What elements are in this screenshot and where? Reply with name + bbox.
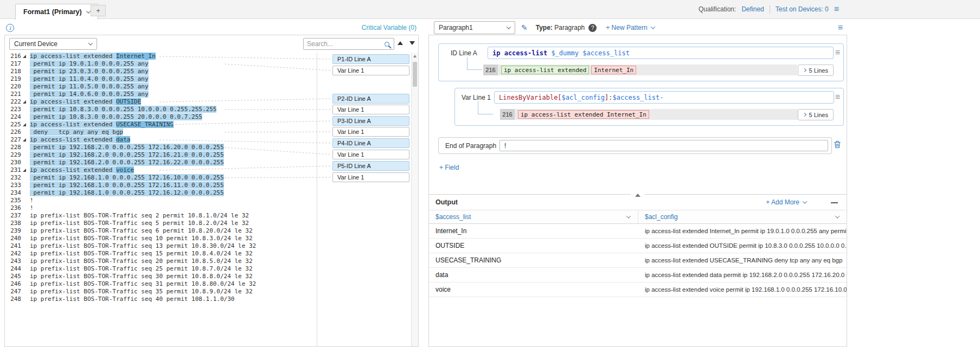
search-icon[interactable]	[385, 42, 389, 47]
edit-pencil-icon[interactable]: ✎	[521, 23, 528, 32]
pattern-id-line-badge[interactable]: P1-ID Line A	[332, 54, 409, 64]
minimize-icon[interactable]	[831, 202, 838, 203]
fold-gutter	[21, 83, 28, 91]
line-number: 246	[5, 280, 21, 288]
code-line[interactable]: 246ip prefix-list BOS-TOR-Traffic seq 31…	[5, 280, 418, 288]
pattern-id-line-badge[interactable]: P2-ID Line A	[332, 94, 409, 104]
menu-icon[interactable]: ≡	[835, 93, 840, 101]
line-number: 236	[5, 204, 21, 212]
add-more-button[interactable]: + Add More	[766, 198, 806, 206]
output-header: Output + Add More	[429, 195, 847, 210]
var-line-pattern-input[interactable]: LinesByVariable[$acl_config]:$access_lis…	[494, 91, 834, 104]
fold-toggle-icon[interactable]	[21, 98, 28, 106]
code-text: permit ip 192.168.2.0 0.0.0.255 172.16.2…	[28, 151, 224, 159]
code-line[interactable]: 220 permit ip 11.0.5.0 0.0.0.255 any	[5, 83, 418, 91]
code-line[interactable]: 235!	[5, 197, 418, 204]
add-field-link[interactable]: + Field	[439, 164, 459, 171]
output-row[interactable]: OUTSIDEip access-list extended OUTSIDE p…	[429, 239, 847, 253]
left-panel-header: i Critical Variable (0)	[4, 22, 419, 34]
lines-button-label: 5 Lines	[809, 67, 828, 74]
search-input[interactable]	[304, 40, 385, 48]
code-line[interactable]: 233 permit ip 192.168.1.0 0.0.0.255 172.…	[5, 182, 418, 189]
pattern-var-line-badge[interactable]: Var Line 1	[332, 150, 409, 159]
code-line[interactable]: 239ip prefix-list BOS-TOR-Traffic seq 6 …	[5, 227, 418, 235]
pattern-var-line-badge[interactable]: Var Line 1	[332, 172, 409, 182]
sample-match-text: ip access-list extended Internet_In	[515, 109, 798, 120]
sample-match-text: ip access-list extendedInternet_In	[498, 65, 797, 75]
code-line[interactable]: 236!	[5, 204, 418, 212]
pattern-var-line-badge[interactable]: Var Line 1	[332, 66, 409, 75]
code-editor[interactable]: 216ip access-list extended Internet_In21…	[5, 53, 418, 346]
find-next-icon[interactable]	[408, 40, 416, 47]
end-of-paragraph-input[interactable]: !	[499, 140, 828, 151]
fold-toggle-icon[interactable]	[21, 53, 28, 60]
scroll-up-icon[interactable]	[412, 53, 418, 60]
code-line[interactable]: 248ip prefix-list BOS-TOR-Traffic seq 40…	[5, 295, 418, 303]
device-dropdown[interactable]: Current Device	[9, 38, 97, 50]
code-line[interactable]: 234 permit ip 192.168.1.0 0.0.0.255 172.…	[5, 189, 418, 197]
output-cell-access-list: data	[429, 271, 638, 279]
chevron-down-icon	[835, 214, 840, 218]
new-pattern-button[interactable]: + New Pattern	[606, 24, 654, 31]
type-value: Paragraph	[554, 24, 585, 31]
critical-variable-link[interactable]: Critical Variable (0)	[362, 24, 417, 31]
add-tab-button[interactable]: +	[91, 5, 106, 16]
output-column-access-list[interactable]: $access_list	[429, 210, 638, 223]
output-row[interactable]: USECASE_TRAININGip access-list extended …	[429, 253, 847, 268]
id-line-pattern-card: ID Line A ip access-list $_dummy $access…	[438, 43, 844, 81]
id-line-pattern-input[interactable]: ip access-list $_dummy $access_list	[488, 47, 834, 59]
code-text: ip access-list extended voice	[28, 166, 134, 174]
code-line[interactable]: 245ip prefix-list BOS-TOR-Traffic seq 30…	[5, 273, 418, 280]
code-line[interactable]: 247ip prefix-list BOS-TOR-Traffic seq 35…	[5, 288, 418, 295]
scrollbar-thumb[interactable]	[413, 62, 417, 87]
find-previous-icon[interactable]	[396, 40, 404, 47]
test-on-devices-link[interactable]: Test on Devices: 0	[776, 5, 829, 13]
fold-gutter	[21, 212, 28, 220]
menu-icon[interactable]: ≡	[835, 48, 840, 57]
output-row[interactable]: Internet_Inip access-list extended Inter…	[429, 224, 847, 239]
fold-toggle-icon[interactable]	[21, 166, 28, 174]
end-of-paragraph-field: End of Paragraph !	[438, 137, 832, 154]
pattern-var-line-badge[interactable]: Var Line 1	[332, 127, 409, 137]
pattern-id-line-badge[interactable]: P4-ID Line A	[332, 138, 409, 148]
fold-gutter	[21, 280, 28, 288]
expand-lines-button[interactable]: 5 Lines	[798, 65, 834, 76]
fold-toggle-icon[interactable]	[21, 121, 28, 128]
menu-icon[interactable]: ≡	[838, 23, 843, 32]
line-number: 240	[5, 235, 21, 242]
end-of-paragraph-label: End of Paragraph	[445, 142, 496, 150]
fold-gutter	[21, 258, 28, 265]
code-text: ip access-list extended data	[28, 136, 130, 144]
code-line[interactable]: 244ip prefix-list BOS-TOR-Traffic seq 25…	[5, 265, 418, 273]
code-line[interactable]: 242ip prefix-list BOS-TOR-Traffic seq 15…	[5, 250, 418, 258]
pattern-id-line-badge[interactable]: P5-ID Line A	[332, 161, 409, 171]
fold-toggle-icon[interactable]	[21, 136, 28, 144]
divider	[317, 53, 317, 346]
trash-icon[interactable]	[834, 140, 841, 149]
menu-icon[interactable]: ≡	[834, 5, 839, 14]
code-line[interactable]: 240ip prefix-list BOS-TOR-Traffic seq 10…	[5, 235, 418, 242]
code-line[interactable]: 241ip prefix-list BOS-TOR-Traffic seq 13…	[5, 242, 418, 250]
code-line[interactable]: 238ip prefix-list BOS-TOR-Traffic seq 5 …	[5, 220, 418, 227]
output-row[interactable]: dataip access-list extended data permit …	[429, 268, 847, 282]
tab-format1-primary[interactable]: Format1 (Primary)	[15, 4, 98, 20]
line-number: 241	[5, 242, 21, 250]
help-icon[interactable]: ?	[588, 24, 597, 32]
code-line[interactable]: 237ip prefix-list BOS-TOR-Traffic seq 2 …	[5, 212, 418, 220]
code-line[interactable]: 243ip prefix-list BOS-TOR-Traffic seq 20…	[5, 258, 418, 265]
output-row[interactable]: voiceip access-list extended voice permi…	[429, 282, 847, 297]
pattern-id-line-badge[interactable]: P3-ID Line A	[332, 116, 409, 126]
line-number: 220	[5, 83, 21, 91]
code-text: permit ip 192.168.1.0 0.0.0.255 172.16.1…	[28, 189, 224, 197]
sample-match-row: 216 ip access-list extendedInternet_In	[483, 65, 797, 75]
qualification-defined-link[interactable]: Defined	[741, 5, 764, 13]
expand-lines-button[interactable]: 5 Lines	[798, 109, 834, 120]
pattern-var-line-badge[interactable]: Var Line 1	[332, 105, 409, 114]
code-line[interactable]: 219 permit ip 11.0.4.0 0.0.0.255 any	[5, 75, 418, 83]
line-number: 219	[5, 75, 21, 83]
info-icon[interactable]: i	[6, 24, 14, 32]
code-text: ip prefix-list BOS-TOR-Traffic seq 30 pe…	[28, 273, 253, 280]
scrollbar[interactable]	[411, 53, 418, 346]
pattern-dropdown[interactable]: Paragraph1	[434, 21, 515, 34]
output-column-acl-config[interactable]: $acl_config	[638, 210, 847, 223]
